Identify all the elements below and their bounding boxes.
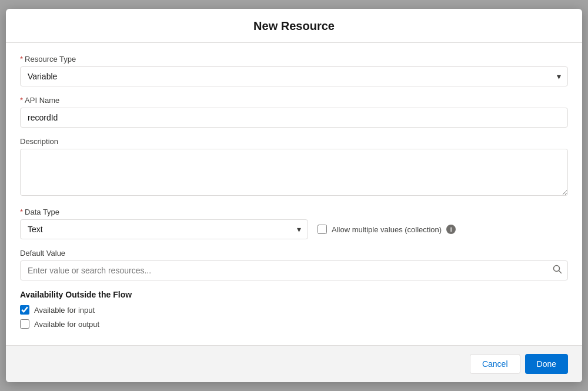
resource-type-required-star: * (20, 55, 23, 64)
resource-type-field-group: * Resource Type Variable Constant Formul… (20, 55, 568, 86)
description-field-group: Description (20, 137, 568, 198)
data-type-label-text: Data Type (25, 208, 59, 216)
api-name-input[interactable] (20, 108, 568, 128)
available-for-output-checkbox[interactable] (20, 319, 29, 329)
allow-multiple-info-icon: i (446, 225, 456, 234)
allow-multiple-label: Allow multiple values (collection) (332, 225, 442, 234)
api-name-label-text: API Name (25, 96, 59, 105)
modal-overlay: New Resource * Resource Type Variable Co… (0, 0, 588, 391)
done-button[interactable]: Done (525, 354, 568, 374)
available-for-input-checkbox[interactable] (20, 305, 29, 315)
data-type-select[interactable]: Text Number Currency Date DateTime Boole… (20, 219, 308, 239)
available-for-input-row: Available for input (20, 305, 568, 315)
description-textarea[interactable] (20, 149, 568, 196)
available-for-output-label: Available for output (34, 320, 99, 329)
cancel-button[interactable]: Cancel (470, 354, 520, 374)
default-value-field-group: Default Value (20, 249, 568, 280)
data-type-label: * Data Type (20, 208, 308, 216)
resource-type-label-text: Resource Type (25, 55, 76, 64)
default-value-wrapper (20, 260, 568, 280)
modal-footer: Cancel Done (6, 345, 582, 382)
new-resource-modal: New Resource * Resource Type Variable Co… (6, 9, 582, 382)
availability-section: Availability Outside the Flow Available … (20, 290, 568, 329)
modal-body: * Resource Type Variable Constant Formul… (6, 43, 582, 345)
api-name-label: * API Name (20, 96, 568, 105)
availability-section-title: Availability Outside the Flow (20, 290, 568, 299)
resource-type-select[interactable]: Variable Constant Formula Stage Choice R… (20, 66, 568, 86)
data-type-required-star: * (20, 208, 23, 216)
search-icon[interactable] (553, 265, 562, 276)
available-for-input-label: Available for input (34, 306, 95, 315)
api-name-required-star: * (20, 96, 23, 105)
available-for-output-row: Available for output (20, 319, 568, 329)
default-value-label-text: Default Value (20, 249, 65, 258)
default-value-label: Default Value (20, 249, 568, 258)
allow-multiple-checkbox[interactable] (318, 225, 327, 234)
data-type-row: * Data Type Text Number Currency Date Da… (20, 208, 568, 239)
api-name-field-group: * API Name (20, 96, 568, 128)
modal-title: New Resource (20, 19, 568, 33)
resource-type-label: * Resource Type (20, 55, 568, 64)
data-type-field-group: * Data Type Text Number Currency Date Da… (20, 208, 308, 239)
description-label-text: Description (20, 137, 58, 146)
modal-header: New Resource (6, 9, 582, 43)
description-label: Description (20, 137, 568, 146)
allow-multiple-option: Allow multiple values (collection) i (318, 225, 456, 234)
data-type-select-wrapper: Text Number Currency Date DateTime Boole… (20, 219, 308, 239)
svg-line-1 (559, 271, 562, 273)
default-value-input[interactable] (20, 260, 568, 280)
resource-type-select-wrapper: Variable Constant Formula Stage Choice R… (20, 66, 568, 86)
